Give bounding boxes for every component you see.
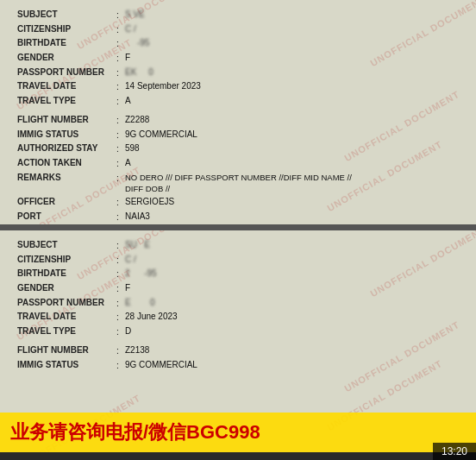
doc-row-action: ACTION TAKEN : A [17,157,459,170]
panels-wrapper: UNOFFICIAL DOCUMENT UNOFFICIAL DOCUMENT … [0,0,476,460]
doc-row-remarks: REMARKS : NO DERO /// DIFF PASSPORT NUMB… [17,172,459,195]
doc-row-subject: SUBJECT : S VE [17,9,459,22]
overlay-banner: 业务请咨询电报/微信BGC998 [0,413,476,452]
doc-row-gender: GENDER : F [17,52,459,65]
doc-row-port: PORT : NAIA3 [17,211,459,224]
doc-row-b-immig: IMMIG STATUS : 9G COMMERCIAL [17,359,459,372]
doc-row-travel-date: TRAVEL DATE : 14 September 2023 [17,80,459,93]
doc-row-travel-type: TRAVEL TYPE : A [17,95,459,108]
doc-row-passport: PASSPORT NUMBER : EK 0 [17,66,459,79]
doc-row-b-subject: SUBJECT : SU E [17,239,459,252]
doc-row-birthdate: BIRTHDATE : -95 [17,37,459,50]
doc-row-flight: FLIGHT NUMBER : Z2288 [17,114,459,127]
doc-row-b-travel-date: TRAVEL DATE : 28 June 2023 [17,311,459,324]
doc-row-b-travel-type: TRAVEL TYPE : D [17,325,459,338]
doc-row-auth-stay: AUTHORIZED STAY : 598 [17,142,459,155]
top-document-panel: UNOFFICIAL DOCUMENT UNOFFICIAL DOCUMENT … [0,0,476,224]
doc-row-b-citizenship: CITIZENSHIP : C / [17,254,459,267]
overlay-text: 业务请咨询电报/微信BGC998 [10,421,260,443]
doc-row-immig: IMMIG STATUS : 9G COMMERCIAL [17,129,459,142]
time-display: 13:20 [442,445,467,457]
bottom-doc-content: SUBJECT : SU E CITIZENSHIP : C / BIRTHDA… [0,230,476,381]
doc-row-b-birthdate: BIRTHDATE : 2 -95 [17,268,459,280]
top-doc-content: SUBJECT : S VE CITIZENSHIP : C / BIRTHDA… [0,0,476,224]
bottom-document-panel: UNOFFICIAL DOCUMENT UNOFFICIAL DOCUMENT … [0,228,476,452]
doc-row-b-flight: FLIGHT NUMBER : Z2138 [17,344,459,357]
doc-row-b-passport: PASSPORT NUMBER : E 0 [17,297,459,310]
status-bar: 13:20 [433,443,476,460]
screen-container: UNOFFICIAL DOCUMENT UNOFFICIAL DOCUMENT … [0,0,476,460]
doc-row-officer: OFFICER : SERGIOEJS [17,196,459,209]
doc-row-citizenship: CITIZENSHIP : C / [17,23,459,36]
doc-row-b-gender: GENDER : F [17,282,459,295]
